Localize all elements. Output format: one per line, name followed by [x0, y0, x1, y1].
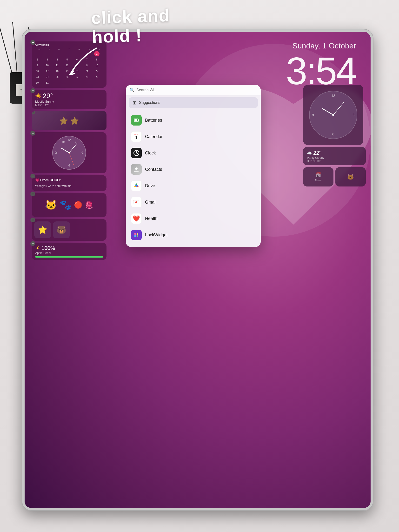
calendar-icon: SUN 1 — [131, 131, 142, 142]
calendar-day: 17 — [45, 68, 50, 74]
pet-icon-reddit: 🔴 — [74, 201, 82, 209]
weather-temp: 29° — [43, 92, 53, 100]
svg-rect-10 — [134, 233, 136, 235]
calendar-day: 9 — [35, 63, 40, 68]
svg-rect-12 — [134, 235, 136, 237]
picker-item-contacts[interactable]: Contacts — [129, 161, 258, 178]
ipad-screen[interactable]: Sunday, 1 October 3:54 − OCTOBER MTWTFSS… — [25, 32, 371, 508]
right-preview-widgets: 12 3 6 9 ☁️ 22° Partly Cloudy H:31° L:18… — [303, 85, 366, 186]
preview-weather-temp: 22° — [313, 150, 321, 156]
pet-decoration: 🐾 — [60, 199, 72, 211]
battery-bar — [35, 256, 103, 258]
preview-none-label: None — [315, 179, 321, 182]
memo-widget[interactable]: − 💗 From COCO: Wish you were here with m… — [32, 175, 106, 191]
preview-second-small-widget[interactable]: 🐱 — [335, 167, 366, 186]
annotation-text: click and hold ! — [91, 6, 171, 47]
picker-item-clock[interactable]: Clock — [129, 145, 258, 161]
preview-weather-widget[interactable]: ☁️ 22° Partly Cloudy H:31° L:18° — [303, 147, 366, 165]
memo-text: Wish you were here with me. — [35, 183, 103, 188]
preview-hour-hand — [322, 108, 333, 115]
memo-title: 💗 From COCO: — [35, 178, 103, 182]
remove-clock-btn[interactable]: − — [30, 131, 35, 136]
annotation-arrow — [60, 43, 108, 80]
map-placeholder: ⭐ ⭐ — [59, 117, 79, 125]
widget-picker-list: Batteries SUN 1 Calendar — [126, 111, 261, 247]
contacts-label: Contacts — [145, 167, 162, 172]
lockwidget-label: LockWidget — [145, 233, 168, 238]
remove-memo-btn[interactable]: − — [30, 174, 35, 179]
svg-point-7 — [135, 167, 138, 170]
picker-item-health[interactable]: ❤️ Health — [129, 210, 258, 227]
calendar-day: 18 — [54, 68, 60, 74]
weather-description: Mostly Sunny — [35, 100, 103, 103]
clock-center-dot — [68, 152, 70, 153]
calendar-day: 10 — [45, 63, 50, 68]
preview-minute-hand — [333, 101, 345, 115]
icons-widget[interactable]: − ⭐ 🐻 — [32, 219, 106, 241]
preview-none-widget[interactable]: 📅 None — [303, 167, 333, 186]
weather-widget[interactable]: − ☀️ 29° Mostly Sunny H:29° L:17° — [32, 90, 106, 109]
calendar-day: 16 — [35, 68, 40, 74]
calendar-day: 31 — [45, 80, 50, 85]
clock-widget[interactable]: − 12 3 6 9 2 10 4 8 — [32, 132, 106, 173]
picker-item-calendar[interactable]: SUN 1 Calendar — [129, 128, 258, 145]
picker-item-lockwidget[interactable]: LockWidget — [129, 227, 258, 243]
preview-weather-desc: Partly Cloudy — [307, 156, 362, 160]
calendar-day: 11 — [54, 63, 60, 68]
preview-clock-widget[interactable]: 12 3 6 9 — [303, 85, 363, 145]
preview-weather-icon: ☁️ — [307, 151, 312, 155]
lock-screen-header: Sunday, 1 October 3:54 — [286, 41, 356, 90]
pet-character: 🐱 — [45, 199, 57, 211]
calendar-day: 25 — [54, 74, 60, 80]
picker-search-bar[interactable]: 🔍 — [126, 85, 261, 95]
preview-weather-range: H:31° L:18° — [307, 160, 362, 162]
pet-widget[interactable]: − 🐱 🐾 🔴 🧶 — [32, 193, 106, 217]
picker-suggestions-section: ⊞ Suggestions — [126, 95, 261, 111]
picker-item-gmail[interactable]: M Gmail — [129, 194, 258, 210]
remove-weather-btn[interactable]: − — [30, 88, 35, 93]
clock-number-4: 4 — [81, 152, 82, 154]
second-hand — [69, 153, 74, 165]
preview-analog-clock: 12 3 6 9 — [309, 91, 357, 139]
svg-point-6 — [136, 153, 137, 153]
suggestions-label: Suggestions — [139, 100, 160, 105]
calendar-label: Calendar — [145, 134, 163, 139]
lockwidget-icon — [131, 230, 142, 240]
clock-number-12: 12 — [67, 138, 71, 142]
svg-rect-1 — [138, 120, 139, 121]
suggestions-button[interactable]: ⊞ Suggestions — [129, 97, 258, 108]
clock-label: Clock — [145, 151, 156, 156]
gmail-icon: M — [131, 197, 142, 207]
minute-hand — [69, 143, 77, 153]
remove-calendar-btn[interactable]: − — [30, 40, 35, 45]
remove-map-btn[interactable]: − — [32, 111, 35, 114]
battery-label: Apple Pencil — [35, 251, 103, 255]
clock-number-10: 10 — [62, 141, 65, 143]
ipad-frame: Sunday, 1 October 3:54 − OCTOBER MTWTFSS… — [22, 29, 373, 511]
battery-widget[interactable]: − ⚡ 100% Apple Pencil — [32, 243, 106, 260]
calendar-day: 4 — [54, 57, 60, 62]
svg-text:M: M — [135, 201, 137, 204]
clock-number-2: 2 — [75, 141, 76, 143]
remove-battery-btn[interactable]: − — [30, 241, 35, 246]
analog-clock: 12 3 6 9 2 10 4 8 — [52, 136, 86, 170]
picker-item-batteries[interactable]: Batteries — [129, 112, 258, 128]
remove-pet-btn[interactable]: − — [30, 192, 35, 196]
suggestions-icon: ⊞ — [133, 100, 137, 106]
diffuser-stick — [12, 22, 18, 75]
clock-number-6: 6 — [68, 164, 70, 167]
clock-number-8: 8 — [56, 152, 58, 154]
bear-icon-box[interactable]: 🐻 — [53, 221, 70, 238]
pet-yarn: 🧶 — [85, 201, 93, 209]
battery-percentage: 100% — [41, 245, 55, 251]
picker-item-drive[interactable]: Drive — [129, 178, 258, 194]
star-icon-box[interactable]: ⭐ — [34, 221, 51, 238]
map-widget[interactable]: − ⭐ ⭐ — [32, 111, 106, 130]
lock-time: 3:54 — [286, 52, 356, 90]
widget-picker-panel[interactable]: 🔍 ⊞ Suggestions — [126, 85, 261, 247]
calendar-day: 23 — [35, 74, 40, 80]
remove-icons-btn[interactable]: − — [30, 218, 35, 222]
gmail-label: Gmail — [145, 200, 156, 205]
calendar-day: 30 — [35, 80, 40, 85]
picker-search-input[interactable] — [136, 88, 257, 92]
